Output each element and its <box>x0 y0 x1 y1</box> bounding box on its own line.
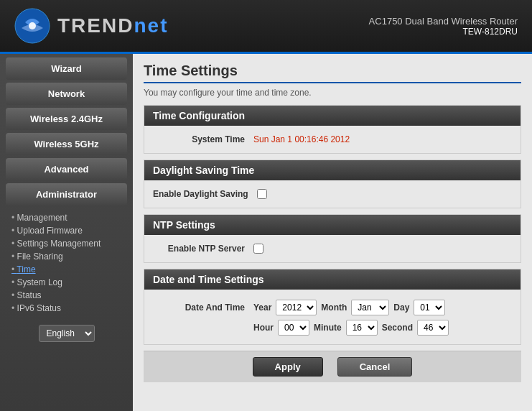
system-time-label: System Time <box>153 134 253 144</box>
second-select[interactable]: 0001020304 0506070809 1011121314 1516171… <box>417 320 449 336</box>
nav-wireless5[interactable]: Wireless 5GHz <box>6 133 127 155</box>
ntp-body: Enable NTP Server <box>144 235 521 262</box>
hms-row: Hour 0001020304 0506070809 1011121314 15… <box>253 320 449 336</box>
header: TRENDnet AC1750 Dual Band Wireless Route… <box>0 0 532 54</box>
logo-trend: TREND <box>57 14 134 37</box>
hour-label: Hour <box>253 323 274 333</box>
sidebar-item-settings-mgmt[interactable]: Settings Management <box>11 237 121 250</box>
time-config-header: Time Configuration <box>144 106 521 126</box>
page-title: Time Settings <box>144 63 521 83</box>
minute-label: Minute <box>314 323 342 333</box>
daylight-section: Daylight Saving Time Enable Daylight Sav… <box>144 160 521 208</box>
time-config-body: System Time Sun Jan 1 00:16:46 2012 <box>144 126 521 153</box>
logo-net: net <box>134 14 168 37</box>
daylight-enable-label: Enable Daylight Saving <box>153 189 257 199</box>
year-label: Year <box>253 303 271 313</box>
day-label: Day <box>393 303 409 313</box>
second-label: Second <box>382 323 413 333</box>
sidebar-item-time[interactable]: Time <box>11 263 121 276</box>
datetime-label: Date And Time <box>153 300 253 313</box>
ymd-row: Year 2012 2013 2014 2015 Month JanFebMar… <box>253 300 449 315</box>
sidebar-item-status[interactable]: Status <box>11 289 121 302</box>
daylight-enable-row: Enable Daylight Saving <box>153 186 512 202</box>
admin-section: Administrator Management Upload Firmware… <box>6 183 127 318</box>
device-name: AC1750 Dual Band Wireless Router <box>369 16 518 27</box>
system-time-row: System Time Sun Jan 1 00:16:46 2012 <box>153 131 512 147</box>
datetime-fields: Year 2012 2013 2014 2015 Month JanFebMar… <box>253 300 449 336</box>
action-bar: Apply Cancel <box>144 351 521 382</box>
language-select[interactable]: English French German Spanish <box>39 325 95 342</box>
nav-advanced[interactable]: Advanced <box>6 158 127 180</box>
day-select[interactable]: 0102030405 0607080910 1112131415 1617181… <box>414 300 445 315</box>
sidebar-item-system-log[interactable]: System Log <box>11 276 121 289</box>
admin-links: Management Upload Firmware Settings Mana… <box>6 208 127 318</box>
svg-point-1 <box>29 22 36 29</box>
month-select[interactable]: JanFebMarApr MayJunJulAug SepOctNovDec <box>351 300 389 315</box>
month-label: Month <box>321 303 347 313</box>
language-select-wrap: English French German Spanish <box>6 325 127 342</box>
datetime-header: Date and Time Settings <box>144 269 521 290</box>
year-select[interactable]: 2012 2013 2014 2015 <box>276 300 317 315</box>
hour-select[interactable]: 0001020304 0506070809 1011121314 1516171… <box>278 320 309 336</box>
minute-select[interactable]: 0001020304 0506070809 1011121314 1516171… <box>346 320 378 336</box>
ntp-enable-row: Enable NTP Server <box>153 241 512 257</box>
datetime-body: Date And Time Year 2012 2013 2014 2015 M… <box>144 290 521 344</box>
logo-area: TRENDnet <box>14 8 168 44</box>
nav-wizard[interactable]: Wizard <box>6 57 127 80</box>
system-time-value: Sun Jan 1 00:16:46 2012 <box>253 134 350 144</box>
nav-administrator[interactable]: Administrator <box>6 183 127 206</box>
trendnet-logo-icon <box>14 8 50 44</box>
page-description: You may configure your time and time zon… <box>144 88 521 98</box>
ntp-enable-label: Enable NTP Server <box>153 244 253 254</box>
ntp-header: NTP Settings <box>144 215 521 235</box>
content-area: Time Settings You may configure your tim… <box>133 54 532 411</box>
nav-network[interactable]: Network <box>6 83 127 105</box>
main-layout: Wizard Network Wireless 2.4GHz Wireless … <box>0 54 532 411</box>
datetime-section: Date and Time Settings Date And Time Yea… <box>144 269 521 345</box>
sidebar-item-upload-firmware[interactable]: Upload Firmware <box>11 224 121 237</box>
ntp-enable-checkbox[interactable] <box>253 244 263 254</box>
logo-text: TRENDnet <box>57 14 168 37</box>
sidebar-item-ipv6-status[interactable]: IPv6 Status <box>11 302 121 315</box>
datetime-row: Date And Time Year 2012 2013 2014 2015 M… <box>153 295 512 338</box>
device-info: AC1750 Dual Band Wireless Router TEW-812… <box>369 16 518 37</box>
device-model: TEW-812DRU <box>369 27 518 37</box>
ntp-section: NTP Settings Enable NTP Server <box>144 214 521 263</box>
time-config-section: Time Configuration System Time Sun Jan 1… <box>144 105 521 154</box>
sidebar-item-file-sharing[interactable]: File Sharing <box>11 250 121 263</box>
sidebar: Wizard Network Wireless 2.4GHz Wireless … <box>0 54 133 411</box>
daylight-header: Daylight Saving Time <box>144 160 521 180</box>
daylight-enable-checkbox[interactable] <box>257 189 267 199</box>
apply-button[interactable]: Apply <box>253 357 323 377</box>
nav-wireless24[interactable]: Wireless 2.4GHz <box>6 108 127 130</box>
cancel-button[interactable]: Cancel <box>337 357 413 377</box>
daylight-body: Enable Daylight Saving <box>144 180 521 208</box>
sidebar-item-management[interactable]: Management <box>11 211 121 224</box>
